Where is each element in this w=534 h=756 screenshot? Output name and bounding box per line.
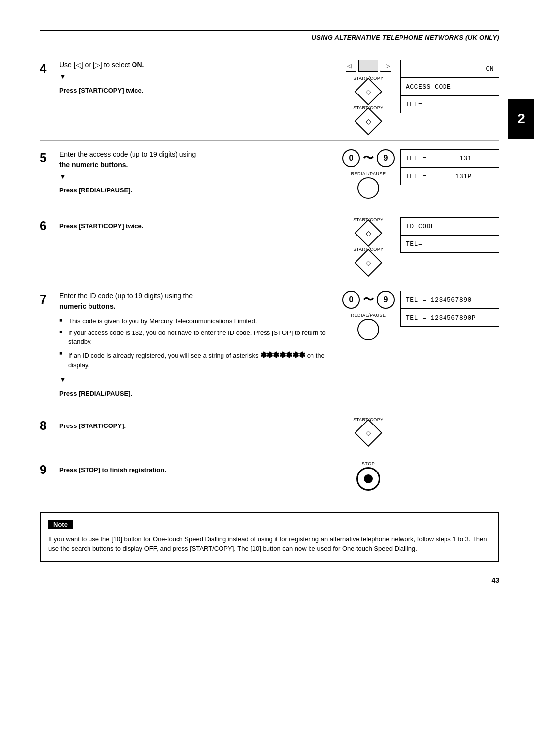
lcd-tel-long: TEL = 1234567890 xyxy=(400,291,499,309)
lcd-tel-131: TEL = 131 xyxy=(400,149,499,167)
circle-btn-5[interactable] xyxy=(357,177,379,199)
nav-right-btn[interactable]: ▷ xyxy=(380,60,395,72)
step-9-press: Press [STOP] to finish registration. xyxy=(59,465,326,475)
step-5-displays: TEL = 131 TEL = 131P xyxy=(400,149,499,185)
step-6-text: Press [START/COPY] twice. xyxy=(59,217,336,231)
lcd-id-code: ID CODE xyxy=(400,217,499,235)
diamond-btn-4a[interactable]: ◇ xyxy=(355,78,383,106)
step-9-row: 9 Press [STOP] to finish registration. S… xyxy=(40,452,499,500)
step-9-center: STOP xyxy=(336,461,400,491)
diamond-btn-6b[interactable]: ◇ xyxy=(355,249,383,277)
diamond-btn-8[interactable]: ◇ xyxy=(355,419,383,447)
step-5-instruction: Enter the access code (up to 19 digits) … xyxy=(59,149,326,170)
stop-label: STOP xyxy=(362,461,375,466)
diamond-icon-4a: ◇ xyxy=(366,88,371,95)
diamond-icon-6b: ◇ xyxy=(366,259,371,267)
step-8-number: 8 xyxy=(40,418,59,433)
stop-btn[interactable] xyxy=(356,467,380,491)
diamond-icon-4b: ◇ xyxy=(366,117,371,125)
step-5-press: Press [REDIAL/PAUSE]. xyxy=(59,186,326,195)
note-box: Note If you want to use the [10] button … xyxy=(40,512,499,562)
step-7-displays: TEL = 1234567890 TEL = 1234567890P xyxy=(400,291,499,327)
step-6-center: START/COPY ◇ START/COPY ◇ xyxy=(336,217,400,273)
redial-label-7: REDIAL/PAUSE xyxy=(351,313,386,318)
step-5-number: 5 xyxy=(40,150,59,166)
step-4-press: Press [START/COPY] twice. xyxy=(59,86,326,95)
nav-left-btn[interactable]: ◁ xyxy=(342,60,356,72)
step-4-row: 4 Use [◁] or [▷] to select ON. ▼ Press [… xyxy=(40,51,499,141)
lcd-on: ON xyxy=(400,60,499,78)
diamond-btn-4b[interactable]: ◇ xyxy=(355,107,383,136)
step-7-press: Press [REDIAL/PAUSE]. xyxy=(59,389,326,399)
bullet-2: If your access code is 132, you do not h… xyxy=(59,329,326,346)
chapter-number: 2 xyxy=(517,111,525,127)
page-container: USING ALTERNATIVE TELEPHONE NETWORKS (UK… xyxy=(0,0,534,756)
step-4-center: ◁ ▷ START/COPY ◇ START/COPY ◇ xyxy=(336,60,400,131)
diamond-btn-6a[interactable]: ◇ xyxy=(355,219,383,247)
start-copy-btn-6a: START/COPY ◇ xyxy=(353,217,384,243)
step-5-text: Enter the access code (up to 19 digits) … xyxy=(59,149,336,195)
step-6-displays: ID CODE TEL= xyxy=(400,217,499,253)
step-7-instruction: Enter the ID code (up to 19 digits) usin… xyxy=(59,291,326,312)
step-7-bullets: This code is given to you by Mercury Tel… xyxy=(59,317,326,370)
step-6-press: Press [START/COPY] twice. xyxy=(59,221,326,231)
nav-buttons-4: ◁ ▷ xyxy=(342,60,395,72)
step-7-row: 7 Enter the ID code (up to 19 digits) us… xyxy=(40,282,499,408)
num-nine-7: 9 xyxy=(377,291,395,309)
lcd-tel-empty-6: TEL= xyxy=(400,235,499,253)
bullet-1: This code is given to you by Mercury Tel… xyxy=(59,317,326,326)
redial-label-5: REDIAL/PAUSE xyxy=(351,171,386,176)
step-7-arrow: ▼ xyxy=(59,375,326,385)
redial-btn-5: REDIAL/PAUSE xyxy=(351,171,386,199)
step-5-row: 5 Enter the access code (up to 19 digits… xyxy=(40,141,499,208)
step-8-row: 8 Press [START/COPY]. START/COPY ◇ xyxy=(40,408,499,452)
lcd-access-code: ACCESS CODE xyxy=(400,78,499,95)
nav-separator xyxy=(358,60,378,72)
step-7-number: 7 xyxy=(40,292,59,307)
tilde-7: 〜 xyxy=(363,292,374,307)
num-zero: 0 xyxy=(342,149,360,167)
step-4-arrow: ▼ xyxy=(59,71,326,82)
step-6-number: 6 xyxy=(40,218,59,234)
num-range-5: 0 〜 9 xyxy=(342,149,395,167)
step-4-number: 4 xyxy=(40,61,59,76)
step-8-text: Press [START/COPY]. xyxy=(59,417,336,431)
step-8-press: Press [START/COPY]. xyxy=(59,421,326,431)
page-header: USING ALTERNATIVE TELEPHONE NETWORKS (UK… xyxy=(40,30,499,41)
step-7-text: Enter the ID code (up to 19 digits) usin… xyxy=(59,291,336,399)
diamond-icon-6a: ◇ xyxy=(366,229,371,237)
circle-btn-7[interactable] xyxy=(357,319,379,340)
step-8-center: START/COPY ◇ xyxy=(336,417,400,443)
num-nine: 9 xyxy=(377,149,395,167)
diamond-icon-8: ◇ xyxy=(366,429,371,437)
step-6-row: 6 Press [START/COPY] twice. START/COPY ◇… xyxy=(40,208,499,282)
redial-btn-7: REDIAL/PAUSE xyxy=(351,313,386,340)
step-5-center: 0 〜 9 REDIAL/PAUSE xyxy=(336,149,400,199)
lcd-tel-empty: TEL= xyxy=(400,95,499,113)
lcd-tel-long-p: TEL = 1234567890P xyxy=(400,309,499,327)
step-9-number: 9 xyxy=(40,462,59,477)
step-4-displays: ON ACCESS CODE TEL= xyxy=(400,60,499,113)
step-9-text: Press [STOP] to finish registration. xyxy=(59,461,336,475)
note-text: If you want to use the [10] button for O… xyxy=(48,534,490,554)
tilde-5: 〜 xyxy=(363,151,374,166)
start-copy-btn-4b: START/COPY ◇ xyxy=(353,105,384,131)
chapter-marker: 2 xyxy=(508,99,534,139)
header-title: USING ALTERNATIVE TELEPHONE NETWORKS (UK… xyxy=(312,34,499,41)
page-number: 43 xyxy=(40,576,499,584)
step-4-text: Use [◁] or [▷] to select ON. ▼ Press [ST… xyxy=(59,60,336,95)
bullet-3: If an ID code is already registered, you… xyxy=(59,350,326,370)
start-copy-btn-6b: START/COPY ◇ xyxy=(353,247,384,273)
step-5-arrow: ▼ xyxy=(59,171,326,182)
start-copy-btn-4a: START/COPY ◇ xyxy=(353,76,384,101)
lcd-tel-131p: TEL = 131P xyxy=(400,167,499,185)
asterisks: ✽✽✽✽✽✽✽ xyxy=(260,351,305,359)
note-title: Note xyxy=(48,520,73,529)
step-4-instruction: Use [◁] or [▷] to select ON. xyxy=(59,60,326,70)
num-zero-7: 0 xyxy=(342,291,360,309)
start-copy-btn-8: START/COPY ◇ xyxy=(353,417,384,443)
num-range-7: 0 〜 9 xyxy=(342,291,395,309)
stop-btn-group: STOP xyxy=(356,461,380,491)
step-7-center: 0 〜 9 REDIAL/PAUSE xyxy=(336,291,400,340)
